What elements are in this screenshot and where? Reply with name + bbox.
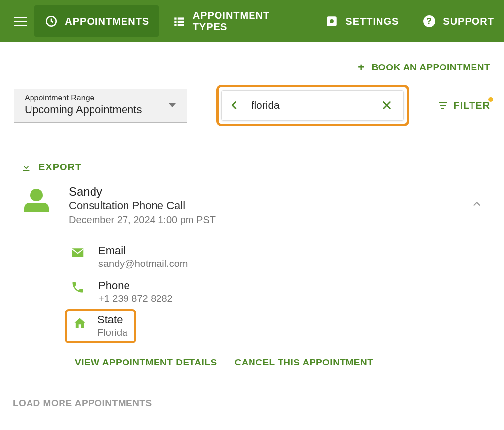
- nav-label: SETTINGS: [346, 16, 399, 27]
- export-button[interactable]: EXPORT: [21, 162, 490, 173]
- svg-rect-3: [175, 21, 177, 23]
- nav-label: APPOINTMENTS: [65, 16, 149, 27]
- detail-phone: Phone +1 239 872 8282: [69, 274, 472, 309]
- filter-label: FILTER: [453, 100, 490, 111]
- back-icon[interactable]: [229, 100, 243, 111]
- book-appointment-button[interactable]: + BOOK AN APPOINTMENT: [358, 61, 490, 74]
- search-input[interactable]: [243, 99, 382, 111]
- state-highlight: State Florida: [65, 309, 136, 343]
- clock-icon: [44, 14, 58, 28]
- nav-label: SUPPORT: [443, 16, 494, 27]
- load-more-button[interactable]: LOAD MORE APPOINTMENTS: [13, 398, 490, 409]
- nav-appointments[interactable]: APPOINTMENTS: [34, 5, 159, 37]
- phone-value: +1 239 872 8282: [98, 293, 173, 304]
- clear-icon[interactable]: [381, 100, 396, 111]
- nav-label: APPOINTMENT TYPES: [193, 10, 302, 33]
- download-icon: [21, 162, 32, 173]
- svg-rect-4: [178, 21, 184, 23]
- help-icon: ?: [422, 14, 436, 28]
- filter-button[interactable]: FILTER: [439, 100, 490, 111]
- filter-icon: [439, 102, 447, 109]
- range-label: Appointment Range: [25, 94, 179, 102]
- svg-text:?: ?: [426, 16, 432, 26]
- chevron-down-icon: [169, 103, 176, 107]
- state-label: State: [97, 313, 127, 326]
- nav-settings[interactable]: SETTINGS: [315, 5, 409, 37]
- appointment-name: Sandy: [69, 185, 472, 198]
- email-value: sandy@hotmail.com: [98, 258, 188, 269]
- home-icon: [71, 316, 89, 330]
- search-highlight: [216, 85, 410, 126]
- phone-label: Phone: [98, 279, 173, 292]
- appointment-type: Consultation Phone Call: [69, 199, 472, 212]
- collapse-icon[interactable]: [472, 198, 482, 368]
- detail-email: Email sandy@hotmail.com: [69, 239, 472, 274]
- gear-icon: [325, 14, 339, 28]
- person-icon: [21, 189, 52, 368]
- email-icon: [69, 245, 87, 260]
- appointment-card: Sandy Consultation Phone Call December 2…: [14, 185, 490, 368]
- list-icon: [173, 14, 186, 28]
- nav-support[interactable]: ? SUPPORT: [412, 5, 504, 37]
- range-value: Upcoming Appointments: [25, 103, 179, 116]
- export-label: EXPORT: [38, 162, 82, 173]
- svg-rect-2: [178, 17, 184, 19]
- divider: [9, 389, 495, 389]
- email-label: Email: [98, 244, 188, 257]
- book-label: BOOK AN APPOINTMENT: [372, 62, 490, 73]
- top-nav: APPOINTMENTS APPOINTMENT TYPES SETTINGS …: [0, 0, 504, 42]
- svg-rect-6: [178, 24, 184, 26]
- filter-badge: [488, 97, 493, 102]
- cancel-appointment-button[interactable]: CANCEL THIS APPOINTMENT: [235, 357, 374, 368]
- state-value: Florida: [97, 327, 127, 338]
- plus-icon: +: [358, 61, 364, 74]
- phone-icon: [69, 280, 87, 294]
- nav-appointment-types[interactable]: APPOINTMENT TYPES: [163, 1, 311, 41]
- search-bar: [221, 90, 404, 121]
- appointment-range-select[interactable]: Appointment Range Upcoming Appointments: [14, 89, 187, 123]
- svg-rect-5: [175, 24, 177, 26]
- svg-rect-1: [175, 17, 177, 19]
- menu-icon[interactable]: [12, 13, 31, 30]
- appointment-datetime: December 27, 2024 1:00 pm PST: [69, 214, 472, 226]
- view-details-button[interactable]: VIEW APPOINTMENT DETAILS: [75, 357, 217, 368]
